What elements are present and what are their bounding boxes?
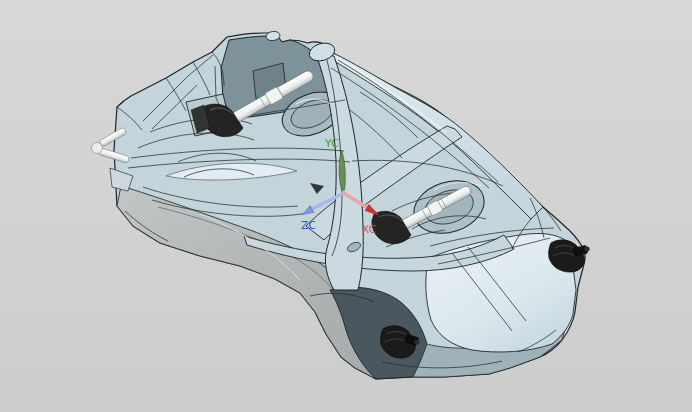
bleed-nipple-right bbox=[584, 246, 589, 251]
model-canvas: YC ZC XC bbox=[0, 0, 692, 412]
z-axis-label: ZC bbox=[301, 219, 316, 231]
y-axis-label: YC bbox=[324, 137, 339, 149]
cad-viewport[interactable]: YC ZC XC bbox=[0, 0, 692, 412]
brake-caliper-model[interactable] bbox=[92, 31, 590, 379]
x-axis-label: XC bbox=[362, 223, 376, 235]
bleed-nipple-left bbox=[415, 340, 420, 345]
pin-ball-end bbox=[92, 143, 103, 154]
